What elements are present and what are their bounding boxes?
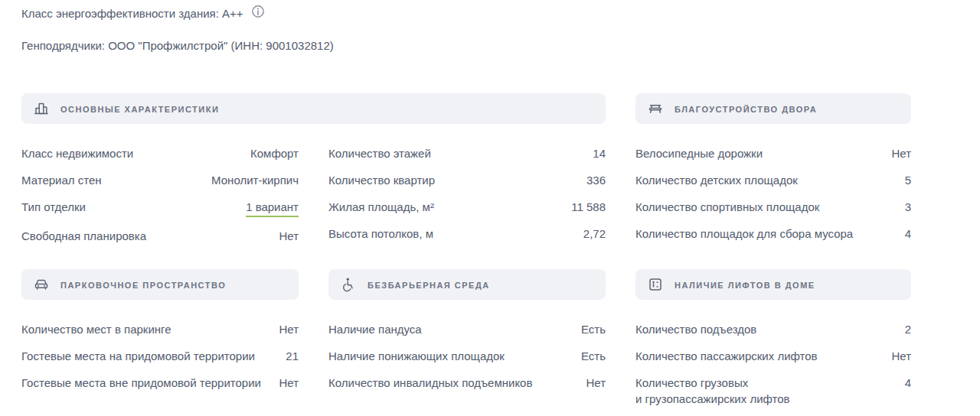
row-value: Нет bbox=[891, 348, 911, 364]
row-label: Количество пассажирских лифтов bbox=[635, 348, 818, 364]
characteristic-row: Класс недвижимости Комфорт bbox=[21, 145, 299, 161]
characteristic-row: Велосипедные дорожки Нет bbox=[635, 145, 911, 161]
contractors-line: Генподрядчики: ООО "Профжилстрой" (ИНН: … bbox=[21, 37, 334, 54]
energy-class-text: Класс энергоэффективности здания: A++ bbox=[21, 5, 243, 22]
section-title: ОСНОВНЫЕ ХАРАКТЕРИСТИКИ bbox=[60, 104, 219, 114]
finish-type-link[interactable]: 1 вариант bbox=[246, 199, 299, 217]
building-characteristics-page: Класс энергоэффективности здания: A++ Ге… bbox=[0, 0, 980, 416]
row-label: Класс недвижимости bbox=[21, 145, 133, 161]
row-value: Нет bbox=[279, 321, 299, 337]
energy-class-line: Класс энергоэффективности здания: A++ bbox=[21, 5, 334, 23]
row-label: Количество этажей bbox=[328, 145, 431, 161]
section-title: НАЛИЧИЕ ЛИФТОВ В ДОМЕ bbox=[675, 280, 815, 290]
row-label: Количество инвалидных подъемников bbox=[328, 375, 532, 391]
characteristic-row: Количество площадок для сбора мусора 4 bbox=[635, 226, 911, 242]
characteristic-row: Гостевые места на придомовой территории … bbox=[21, 348, 299, 364]
row-label: Велосипедные дорожки bbox=[635, 145, 763, 161]
section-title: БЛАГОУСТРОЙСТВО ДВОРА bbox=[675, 104, 817, 114]
row-value: Нет bbox=[891, 145, 911, 161]
row-label: Гостевые места на придомовой территории bbox=[21, 348, 255, 364]
lower-sections: ПАРКОВОЧНОЕ ПРОСТРАНСТВО БЕЗБАРЬЕРНАЯ СР… bbox=[21, 269, 911, 407]
row-label: Гостевые места вне придомовой территории bbox=[21, 375, 261, 391]
row-value: 336 bbox=[586, 172, 606, 188]
row-label: Количество спортивных площадок bbox=[635, 199, 819, 215]
buildings-icon bbox=[34, 101, 49, 116]
characteristic-row: Свободная планировка Нет bbox=[21, 228, 299, 244]
row-value: Монолит-кирпич bbox=[211, 172, 299, 188]
row-label: Свободная планировка bbox=[21, 228, 146, 244]
row-value: 3 bbox=[905, 199, 911, 215]
row-value: 4 bbox=[905, 226, 911, 242]
section-header-parking: ПАРКОВОЧНОЕ ПРОСТРАНСТВО bbox=[21, 269, 299, 300]
characteristic-row: Наличие пандуса Есть bbox=[328, 321, 606, 337]
characteristic-row: Высота потолков, м 2,72 bbox=[328, 226, 606, 242]
characteristic-row: Количество пассажирских лифтов Нет bbox=[635, 348, 911, 364]
car-icon bbox=[34, 277, 49, 292]
row-label: Количество квартир bbox=[328, 172, 435, 188]
row-value: Комфорт bbox=[250, 145, 299, 161]
row-label: Количество грузовых и грузопассажирских … bbox=[635, 375, 790, 407]
characteristic-row: Гостевые места вне придомовой территории… bbox=[21, 375, 299, 391]
section-header-yard: БЛАГОУСТРОЙСТВО ДВОРА bbox=[635, 93, 911, 124]
section-title: БЕЗБАРЬЕРНАЯ СРЕДА bbox=[368, 280, 490, 290]
row-value: Нет bbox=[279, 228, 299, 244]
row-value: Есть bbox=[581, 321, 606, 337]
row-label: Высота потолков, м bbox=[328, 226, 433, 242]
row-value: 21 bbox=[286, 348, 299, 364]
row-label: Наличие пандуса bbox=[328, 321, 422, 337]
row-value: 2,72 bbox=[583, 226, 606, 242]
upper-sections: ОСНОВНЫЕ ХАРАКТЕРИСТИКИ БЛАГОУСТРОЙСТВО … bbox=[21, 93, 911, 244]
section-header-main-characteristics: ОСНОВНЫЕ ХАРАКТЕРИСТИКИ bbox=[21, 93, 606, 124]
row-value: Нет bbox=[586, 375, 606, 391]
row-value: 2 bbox=[905, 321, 911, 337]
main-characteristics-left-column: Класс недвижимости Комфорт Материал стен… bbox=[21, 145, 299, 244]
row-value: Есть bbox=[581, 348, 606, 364]
characteristic-row: Количество инвалидных подъемников Нет bbox=[328, 375, 606, 391]
characteristic-row: Количество этажей 14 bbox=[328, 145, 606, 161]
characteristic-row: Количество мест в паркинге Нет bbox=[21, 321, 299, 337]
top-info: Класс энергоэффективности здания: A++ Ге… bbox=[21, 5, 334, 54]
characteristic-row: Материал стен Монолит-кирпич bbox=[21, 172, 299, 188]
info-icon[interactable] bbox=[251, 5, 265, 23]
elevators-column: Количество подъездов 2 Количество пассаж… bbox=[635, 321, 911, 407]
characteristic-row: Количество детских площадок 5 bbox=[635, 172, 911, 188]
row-label: Жилая площадь, м² bbox=[328, 199, 434, 215]
main-characteristics-right-column: Количество этажей 14 Количество квартир … bbox=[328, 145, 606, 244]
yard-column: Велосипедные дорожки Нет Количество детс… bbox=[635, 145, 911, 244]
row-label: Материал стен bbox=[21, 172, 102, 188]
row-label: Количество детских площадок bbox=[635, 172, 798, 188]
row-label: Количество подъездов bbox=[635, 321, 756, 337]
section-header-elevators: НАЛИЧИЕ ЛИФТОВ В ДОМЕ bbox=[635, 269, 911, 300]
characteristic-row: Количество грузовых и грузопассажирских … bbox=[635, 375, 911, 407]
row-value: 5 bbox=[905, 172, 911, 188]
row-label: Наличие понижающих площадок bbox=[328, 348, 505, 364]
characteristic-row: Наличие понижающих площадок Есть bbox=[328, 348, 606, 364]
accessibility-column: Наличие пандуса Есть Наличие понижающих … bbox=[328, 321, 606, 407]
characteristic-row: Жилая площадь, м² 11 588 bbox=[328, 199, 606, 215]
section-header-accessibility: БЕЗБАРЬЕРНАЯ СРЕДА bbox=[328, 269, 606, 300]
characteristic-row: Количество спортивных площадок 3 bbox=[635, 199, 911, 215]
row-value: 11 588 bbox=[571, 199, 606, 215]
row-value: Нет bbox=[279, 375, 299, 391]
characteristic-row: Количество квартир 336 bbox=[328, 172, 606, 188]
row-label: Количество площадок для сбора мусора bbox=[635, 226, 853, 242]
row-label: Тип отделки bbox=[21, 199, 86, 215]
section-title: ПАРКОВОЧНОЕ ПРОСТРАНСТВО bbox=[60, 280, 226, 290]
characteristic-row: Тип отделки 1 вариант bbox=[21, 199, 299, 217]
bench-icon bbox=[648, 101, 663, 116]
row-value: 14 bbox=[593, 145, 606, 161]
elevator-icon bbox=[648, 277, 663, 292]
row-label: Количество мест в паркинге bbox=[21, 321, 172, 337]
characteristic-row: Количество подъездов 2 bbox=[635, 321, 911, 337]
wheelchair-icon bbox=[341, 277, 356, 292]
row-value: 4 bbox=[905, 375, 911, 391]
parking-column: Количество мест в паркинге Нет Гостевые … bbox=[21, 321, 299, 407]
